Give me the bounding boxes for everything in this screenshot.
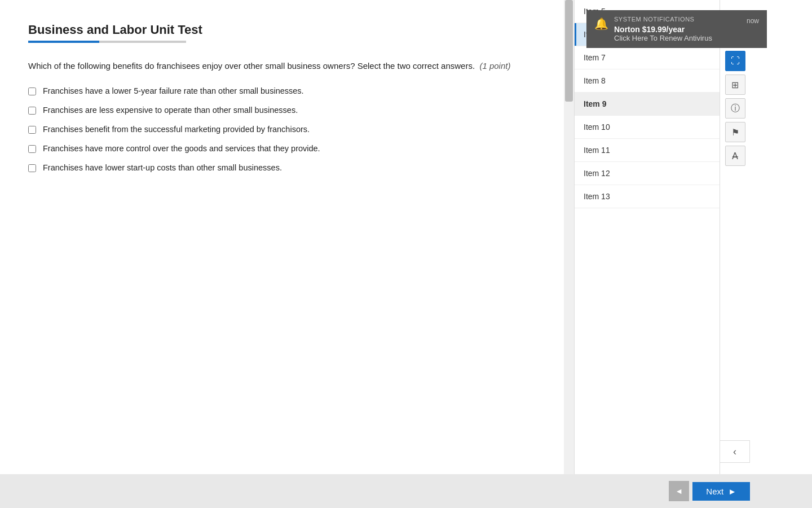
- sidebar-item-item13[interactable]: Item 13: [575, 185, 720, 208]
- question-body: Which of the following benefits do franc…: [28, 61, 475, 71]
- notification-body-sub: Click Here To Renew Antivirus: [614, 34, 741, 42]
- sidebar-item-item12[interactable]: Item 12: [575, 162, 720, 185]
- flag-icon[interactable]: ⚑: [725, 122, 745, 142]
- answer-checkbox[interactable]: [28, 87, 36, 95]
- notification-title: SYSTEM NOTIFICATIONS: [614, 16, 741, 23]
- main-content: Business and Labor Unit Test Which of th…: [0, 0, 609, 485]
- notification-timestamp: now: [747, 17, 759, 25]
- answer-option: Franchises benefit from the successful m…: [28, 125, 581, 134]
- answer-options: Franchises have a lower 5-year failure r…: [28, 86, 581, 172]
- collapse-sidebar-button[interactable]: ‹: [720, 440, 750, 463]
- circle-icon[interactable]: ⓘ: [725, 98, 745, 119]
- notification-bell-icon: 🔔: [594, 17, 608, 30]
- sidebar-item-item9[interactable]: Item 9: [575, 93, 720, 116]
- scroll-thumb[interactable]: [565, 0, 573, 102]
- item-sidebar: Item 5Item 6Item 7Item 8Item 9Item 10Ite…: [574, 0, 720, 485]
- next-button[interactable]: Next ►: [692, 482, 750, 501]
- active-item-indicator: [575, 23, 576, 46]
- next-arrow-icon: ►: [728, 487, 736, 496]
- notification-popup[interactable]: 🔔 SYSTEM NOTIFICATIONS Norton $19.99/yea…: [586, 10, 767, 48]
- icon-panel: ⛶⊞ⓘ⚑A̶: [720, 0, 750, 485]
- answer-text: Franchises are less expensive to operate…: [43, 106, 298, 115]
- sidebar-item-item10[interactable]: Item 10: [575, 116, 720, 139]
- scroll-track[interactable]: [564, 0, 574, 485]
- sidebar-item-label: Item 10: [584, 122, 610, 132]
- answer-text: Franchises have more control over the go…: [43, 144, 320, 153]
- answer-text: Franchises benefit from the successful m…: [43, 125, 310, 134]
- sidebar-item-label: Item 12: [584, 169, 610, 178]
- sidebar-item-label: Item 9: [584, 99, 606, 108]
- answer-option: Franchises have more control over the go…: [28, 144, 581, 153]
- sidebar-item-item11[interactable]: Item 11: [575, 139, 720, 162]
- question-text: Which of the following benefits do franc…: [28, 60, 581, 73]
- strikethrough-icon[interactable]: A̶: [725, 146, 745, 166]
- answer-option: Franchises have a lower 5-year failure r…: [28, 86, 581, 95]
- answer-option: Franchises have lower start-up costs tha…: [28, 163, 581, 172]
- grid-icon[interactable]: ⊞: [725, 75, 745, 95]
- point-label: (1 point): [477, 61, 510, 71]
- sidebar-item-label: Item 11: [584, 146, 610, 155]
- answer-text: Franchises have a lower 5-year failure r…: [43, 86, 304, 95]
- prev-button[interactable]: ◄: [669, 481, 689, 501]
- sidebar-item-label: Item 7: [584, 53, 606, 62]
- bottom-nav-bar: ◄ Next ►: [0, 474, 812, 508]
- notification-body-main: Norton $19.99/year: [614, 25, 741, 34]
- prev-arrow-icon: ◄: [675, 487, 683, 496]
- page-title: Business and Labor Unit Test: [28, 23, 581, 37]
- sidebar-item-item7[interactable]: Item 7: [575, 46, 720, 69]
- answer-option: Franchises are less expensive to operate…: [28, 106, 581, 115]
- next-label: Next: [706, 487, 723, 496]
- progress-bar: [28, 41, 186, 43]
- answer-text: Franchises have lower start-up costs tha…: [43, 163, 282, 172]
- expand-icon[interactable]: ⛶: [725, 51, 745, 71]
- notification-content: SYSTEM NOTIFICATIONS Norton $19.99/year …: [614, 16, 741, 42]
- sidebar-item-item8[interactable]: Item 8: [575, 69, 720, 93]
- sidebar-item-label: Item 8: [584, 76, 606, 85]
- answer-checkbox[interactable]: [28, 107, 36, 115]
- chevron-left-icon: ‹: [733, 446, 736, 458]
- answer-checkbox[interactable]: [28, 126, 36, 134]
- answer-checkbox[interactable]: [28, 145, 36, 153]
- progress-bar-fill: [28, 41, 99, 43]
- sidebar-item-label: Item 13: [584, 192, 610, 201]
- answer-checkbox[interactable]: [28, 164, 36, 172]
